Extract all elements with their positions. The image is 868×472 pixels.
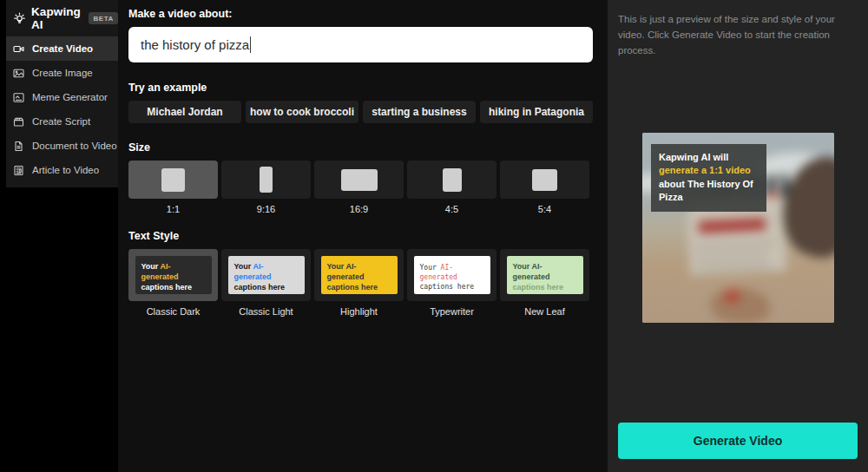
- size-options-row: 1:1 9:16 16:9 4:5: [128, 161, 608, 214]
- examples-label: Try an example: [128, 82, 608, 94]
- text-cursor: [250, 36, 251, 53]
- text-style-card-highlight[interactable]: Your AI-generated captions here: [314, 249, 404, 301]
- sidebar-item-meme-generator[interactable]: Meme Generator: [6, 85, 118, 109]
- example-button-hiking-patagonia[interactable]: hiking in Patagonia: [480, 101, 593, 123]
- examples-row: Michael Jordan how to cook broccoli star…: [128, 101, 593, 123]
- text-style-new-leaf: Your AI-generated captions here New Leaf: [500, 249, 589, 317]
- size-option-label: 9:16: [257, 204, 275, 214]
- video-topic-value: the history of pizza: [141, 37, 249, 52]
- size-card-9-16[interactable]: [221, 161, 311, 199]
- lightbulb-icon: [13, 12, 26, 25]
- size-card-1-1[interactable]: [128, 161, 218, 199]
- size-card-5-4[interactable]: [500, 161, 589, 199]
- size-option-label: 1:1: [167, 204, 180, 214]
- sidebar-item-label: Article to Video: [32, 165, 99, 175]
- size-option-label: 16:9: [350, 204, 368, 214]
- size-option-label: 5:4: [538, 204, 551, 214]
- sidebar-item-create-script[interactable]: Create Script: [6, 109, 118, 134]
- size-option-4-5: 4:5: [407, 161, 496, 214]
- caption-suffix: captions here: [327, 283, 378, 292]
- sidebar-item-create-image[interactable]: Create Image: [6, 61, 118, 85]
- caption-suffix: captions here: [141, 283, 193, 292]
- sidebar-item-label: Document to Video: [32, 141, 117, 151]
- prompt-label: Make a video about:: [128, 8, 608, 20]
- ratio-shape-9-16: [260, 167, 273, 193]
- caption-prefix: Your: [327, 262, 345, 271]
- ratio-shape-4-5: [443, 168, 462, 192]
- video-topic-input[interactable]: the history of pizza: [128, 27, 593, 62]
- video-preview: Kapwing AI will generate a 1:1 video abo…: [642, 133, 834, 323]
- text-style-name: New Leaf: [524, 306, 564, 317]
- text-style-name: Classic Dark: [147, 306, 201, 317]
- text-style-classic-dark: Your AI-generated captions here Classic …: [128, 249, 218, 317]
- text-style-card-typewriter[interactable]: Your AI-generated captions here: [407, 249, 496, 301]
- kapwing-ai-app: Kapwing AI BETA Create Video: [0, 0, 868, 472]
- size-option-5-4: 5:4: [500, 161, 589, 214]
- sidebar-item-label: Create Script: [32, 116, 90, 127]
- size-card-4-5[interactable]: [407, 161, 496, 199]
- caption-preview-box: Your AI-generated captions here: [321, 256, 398, 294]
- image-icon: [13, 68, 24, 79]
- sidebar-item-create-video[interactable]: Create Video: [6, 36, 118, 61]
- sidebar-nav: Create Video Create Image: [6, 36, 118, 182]
- size-option-16-9: 16:9: [314, 161, 404, 214]
- sidebar-item-document-to-video[interactable]: Document to Video: [6, 134, 118, 158]
- generate-video-button[interactable]: Generate Video: [618, 423, 858, 459]
- text-style-label: Text Style: [128, 230, 608, 242]
- hand-shape: [711, 288, 769, 323]
- caption-preview-box: Your AI-generated captions here: [135, 256, 212, 294]
- ratio-shape-5-4: [532, 169, 557, 191]
- sidebar: Kapwing AI BETA Create Video: [0, 0, 118, 472]
- caption-suffix: captions here: [234, 283, 286, 292]
- preview-info-text: This is just a preview of the size and s…: [608, 0, 868, 58]
- sidebar-item-label: Create Image: [32, 68, 93, 78]
- size-option-label: 4:5: [445, 204, 458, 214]
- thumb-shape: [724, 290, 740, 302]
- main-content: Make a video about: the history of pizza…: [118, 0, 608, 472]
- text-style-card-classic-dark[interactable]: Your AI-generated captions here: [128, 249, 218, 301]
- logo: Kapwing AI BETA: [6, 0, 118, 36]
- caption-prefix: Your: [420, 264, 437, 272]
- caption-preview-box: Your AI-generated captions here: [414, 256, 490, 294]
- preview-panel: This is just a preview of the size and s…: [608, 0, 868, 472]
- text-style-highlight: Your AI-generated captions here Highligh…: [314, 249, 404, 317]
- sidebar-item-label: Meme Generator: [32, 92, 108, 102]
- example-button-michael-jordan[interactable]: Michael Jordan: [128, 101, 241, 123]
- beta-badge: BETA: [89, 12, 118, 24]
- caption-prefix: Your: [513, 262, 530, 271]
- example-button-cook-broccoli[interactable]: how to cook broccoli: [246, 101, 358, 123]
- caption-suffix: captions here: [420, 283, 475, 291]
- sidebar-item-article-to-video[interactable]: Article to Video: [6, 158, 118, 182]
- caption-line-2: generate a 1:1 video: [659, 165, 751, 175]
- text-style-classic-light: Your AI-generated captions here Classic …: [221, 249, 311, 317]
- caption-suffix: captions here: [513, 283, 564, 292]
- caption-prefix: Your: [234, 262, 252, 271]
- text-style-name: Typewriter: [430, 306, 474, 317]
- ratio-shape-1-1: [161, 168, 185, 192]
- video-camera-icon: [13, 43, 24, 55]
- example-button-starting-business[interactable]: starting a business: [363, 101, 476, 123]
- caption-line-1: Kapwing AI will: [659, 152, 728, 162]
- article-icon: [13, 165, 24, 176]
- app-title: Kapwing AI: [31, 5, 83, 31]
- meme-image-icon: [13, 92, 24, 103]
- text-style-card-new-leaf[interactable]: Your AI-generated captions here: [500, 249, 589, 301]
- caption-prefix: Your: [141, 262, 159, 271]
- sidebar-item-label: Create Video: [32, 43, 93, 54]
- size-option-9-16: 9:16: [221, 161, 311, 214]
- document-icon: [13, 141, 24, 152]
- text-style-name: Highlight: [340, 306, 378, 317]
- size-option-1-1: 1:1: [128, 161, 218, 214]
- clapperboard-icon: [13, 116, 24, 128]
- text-style-typewriter: Your AI-generated captions here Typewrit…: [407, 249, 496, 317]
- text-style-name: Classic Light: [239, 306, 293, 317]
- size-label: Size: [128, 141, 608, 154]
- caption-line-3: about The History Of Pizza: [659, 179, 753, 202]
- caption-preview-box: Your AI-generated captions here: [228, 256, 305, 294]
- sidebar-panel: Kapwing AI BETA Create Video: [6, 0, 118, 187]
- ratio-shape-16-9: [341, 169, 378, 191]
- preview-caption-overlay: Kapwing AI will generate a 1:1 video abo…: [651, 144, 766, 212]
- size-card-16-9[interactable]: [314, 161, 404, 199]
- text-style-row: Your AI-generated captions here Classic …: [128, 249, 608, 317]
- text-style-card-classic-light[interactable]: Your AI-generated captions here: [221, 249, 311, 301]
